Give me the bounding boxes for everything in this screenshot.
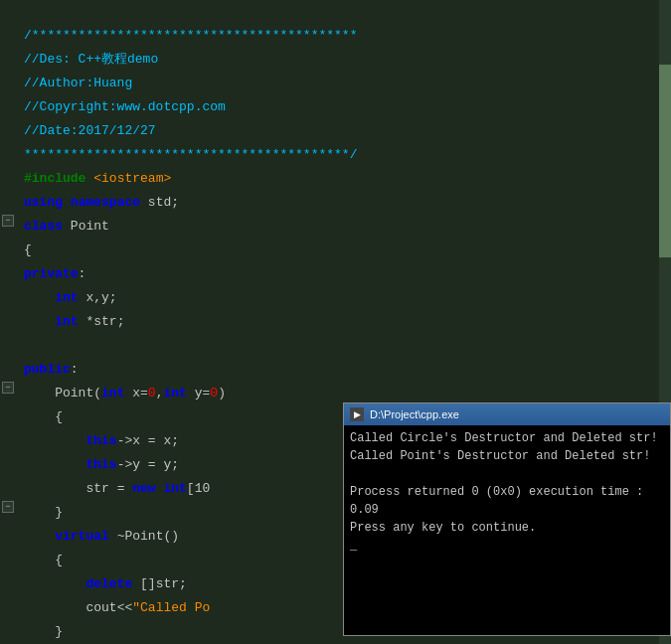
code-line-12: int x,y; [24,290,117,305]
console-body: Called Circle's Destructor and Deleted s… [344,425,670,635]
code-line-15: public: [24,362,79,377]
code-line-5: //Date:2017/12/27 [24,123,156,138]
code-line-11: private: [24,266,85,281]
fold-button-class[interactable]: − [2,215,14,227]
console-line-4: Process returned 0 (0x0) execution time … [350,483,664,519]
console-line-1: Called Circle's Destructor and Deleted s… [350,429,664,447]
console-title: D:\Project\cpp.exe [370,408,459,420]
console-window: ▶ D:\Project\cpp.exe Called Circle's Des… [343,402,671,636]
code-line-4: //Copyright:www.dotcpp.com [24,99,226,114]
code-line-17: { [24,409,63,424]
code-line-23: { [24,553,63,567]
code-line-2: //Des: C++教程demo [24,52,158,67]
code-line-16: Point(int x=0,int y=0) [24,386,226,401]
code-line-9: class Point [24,219,109,234]
console-line-2: Called Point's Destructor and Deleted st… [350,447,664,465]
fold-button-destructor[interactable]: − [2,501,14,513]
scrollbar-thumb[interactable] [659,65,671,257]
code-line-13: int *str; [24,314,124,329]
code-line-20: str = new int[10 [24,481,210,496]
code-line-26: } [24,624,63,639]
code-line-25: cout<<"Called Po [24,600,210,615]
code-line-7: #include <iostream> [24,171,171,186]
console-line-5: Press any key to continue. [350,519,664,537]
console-app-icon: ▶ [350,407,364,421]
console-cursor: _ [350,537,664,555]
code-line-3: //Author:Huang [24,76,132,90]
code-line-1: /***************************************… [24,28,357,43]
code-line-6: ****************************************… [24,147,357,162]
code-line-8: using namespace std; [24,195,179,210]
code-line-19: this->y = y; [24,457,179,472]
code-line-18: this->x = x; [24,433,179,448]
console-titlebar: ▶ D:\Project\cpp.exe [344,403,670,425]
code-line-22: virtual ~Point() [24,529,179,544]
code-line-21: } [24,505,63,520]
code-line-24: delete []str; [24,576,187,591]
fold-button-constructor[interactable]: − [2,382,14,394]
gutter: − − − [0,0,18,644]
console-line-3 [350,465,664,483]
code-line-10: { [24,242,32,257]
